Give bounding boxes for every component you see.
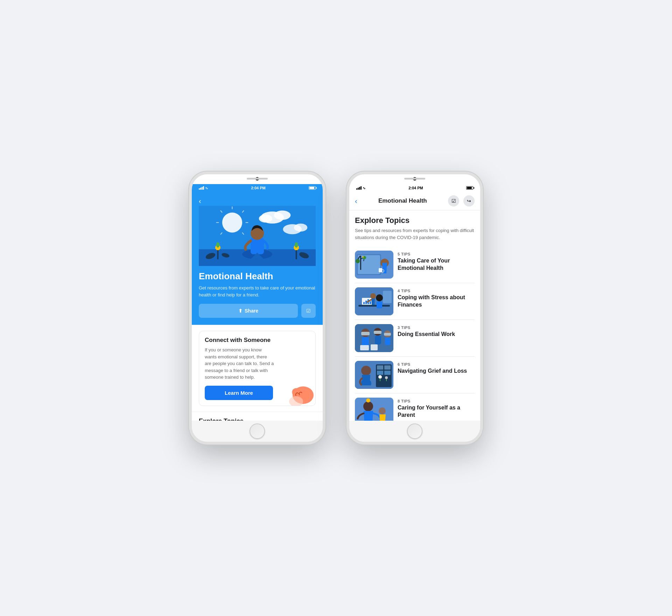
explore-title-bottom: Explore Topics (199, 418, 316, 421)
topic-info-1: 4 TIPS Coping with Stress about Finances (398, 287, 475, 309)
svg-rect-54 (374, 331, 382, 334)
svg-rect-57 (384, 333, 391, 336)
topic-thumb-3 (355, 361, 393, 389)
svg-rect-72 (355, 398, 393, 421)
svg-rect-64 (384, 365, 391, 370)
phone-top-1 (192, 174, 323, 184)
explore-main-title: Explore Topics (355, 216, 475, 225)
topic-svg-0 (355, 251, 393, 279)
status-bar-1: ∿ 2:04 PM (192, 184, 323, 192)
topic-card-2[interactable]: 3 TIPS Doing Essential Work (355, 320, 475, 357)
connect-title: Connect with Someone (205, 337, 310, 344)
status-left-1: ∿ (199, 186, 208, 190)
status-right-1 (309, 186, 316, 190)
svg-rect-69 (380, 378, 380, 381)
topic-thumb-1 (355, 287, 393, 315)
hero-svg (199, 204, 316, 267)
phone2-header: ‹ Emotional Health ☑ ↪ (349, 192, 480, 210)
topic-thumb-4 (355, 398, 393, 421)
topic-card-1[interactable]: 4 TIPS Coping with Stress about Finances (355, 283, 475, 320)
topic-tips-4: 8 TIPS (398, 399, 475, 403)
header-title-2: Emotional Health (378, 197, 427, 204)
svg-point-68 (385, 376, 388, 379)
topic-title-1: Coping with Stress about Finances (398, 294, 475, 309)
signal-icon-1 (199, 186, 204, 190)
topic-svg-1 (355, 287, 393, 315)
topic-card-4[interactable]: 8 TIPS Caring for Yourself as a Parent (355, 393, 475, 421)
explore-main-description: See tips and resources from experts for … (355, 227, 475, 241)
svg-point-20 (216, 242, 220, 247)
topic-title-4: Caring for Yourself as a Parent (398, 404, 475, 419)
time-2: 2:04 PM (408, 186, 423, 190)
header-bookmark-button[interactable]: ☑ (448, 195, 459, 206)
svg-rect-60 (371, 344, 378, 350)
svg-rect-18 (217, 249, 218, 259)
home-button-2[interactable] (407, 424, 422, 439)
header-share-button[interactable]: ↪ (463, 195, 475, 206)
svg-point-45 (376, 294, 383, 301)
svg-point-35 (363, 256, 366, 259)
svg-rect-63 (377, 365, 383, 370)
back-button-2[interactable]: ‹ (355, 197, 357, 205)
topic-svg-4 (355, 398, 393, 421)
share-arrow-icon: ⬆ (238, 308, 243, 314)
topic-card-3[interactable]: 6 TIPS Navigating Grief and Loss (355, 357, 475, 393)
phone-bottom-2 (349, 421, 480, 442)
svg-rect-33 (360, 256, 361, 270)
svg-point-73 (363, 401, 373, 411)
svg-rect-70 (386, 379, 387, 381)
svg-point-34 (356, 259, 360, 263)
bookmark-icon: ☑ (451, 198, 456, 204)
connect-card: Connect with Someone If you or someone y… (199, 331, 316, 406)
wifi-icon-1: ∿ (205, 186, 208, 190)
svg-point-10 (274, 210, 291, 220)
wifi-icon-2: ∿ (363, 186, 365, 190)
hero-section: ‹ (192, 192, 323, 325)
svg-rect-37 (379, 268, 382, 272)
header-icons: ☑ ↪ (448, 195, 475, 206)
phone-1: ∿ 2:04 PM ‹ (189, 172, 326, 444)
phone2-screen: ‹ Emotional Health ☑ ↪ Explore Topics Se… (349, 192, 480, 421)
svg-rect-39 (358, 305, 390, 307)
explore-section-bottom: Explore Topics (192, 412, 323, 421)
home-button-1[interactable] (250, 424, 265, 439)
share-button[interactable]: ⬆ Share (199, 304, 298, 318)
svg-point-71 (361, 366, 371, 376)
svg-rect-46 (377, 301, 382, 308)
back-button-hero[interactable]: ‹ (199, 197, 316, 204)
learn-more-button[interactable]: Learn More (205, 386, 273, 400)
phone1-screen: ‹ (192, 192, 323, 421)
svg-rect-44 (370, 301, 371, 304)
phones-container: ∿ 2:04 PM ‹ (189, 172, 483, 444)
svg-rect-58 (385, 337, 390, 345)
time-1: 2:04 PM (251, 186, 266, 190)
svg-rect-59 (360, 345, 369, 350)
hero-description: Get resources from experts to take care … (199, 285, 316, 298)
topic-title-2: Doing Essential Work (398, 331, 475, 338)
bookmark-button[interactable]: ☑ (301, 304, 316, 318)
signal-icon-2 (356, 186, 362, 190)
topic-title-3: Navigating Grief and Loss (398, 368, 475, 375)
topic-card-0[interactable]: 5 TIPS Taking Care of Your Emotional Hea… (355, 246, 475, 283)
phone-top-2 (349, 174, 480, 184)
hero-title: Emotional Health (199, 271, 316, 282)
svg-point-1 (222, 212, 242, 232)
svg-rect-51 (361, 332, 370, 335)
topic-tips-1: 4 TIPS (398, 289, 475, 293)
svg-point-11 (259, 215, 272, 223)
connect-description: If you or someone you know wants emotion… (205, 346, 275, 381)
status-right-2 (466, 186, 473, 190)
status-left-2: ∿ (356, 186, 365, 190)
topic-info-2: 3 TIPS Doing Essential Work (398, 324, 475, 338)
topic-title-0: Taking Care of Your Emotional Health (398, 257, 475, 272)
svg-point-48 (370, 293, 376, 299)
topic-info-4: 8 TIPS Caring for Yourself as a Parent (398, 398, 475, 419)
share-label: Share (245, 308, 258, 314)
svg-point-23 (295, 242, 298, 247)
svg-rect-47 (383, 291, 392, 303)
topic-svg-3 (355, 361, 393, 389)
speaker-1 (247, 178, 268, 180)
battery-icon-1 (309, 186, 316, 190)
topic-tips-3: 6 TIPS (398, 362, 475, 366)
svg-rect-21 (296, 249, 297, 259)
